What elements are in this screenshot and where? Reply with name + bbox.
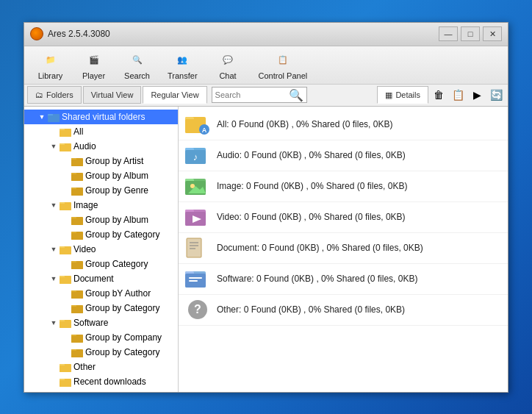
search-box-icon: 🔍 xyxy=(289,88,303,102)
maximize-button[interactable]: □ xyxy=(461,26,480,41)
software-row-text: Software: 0 Found (0KB) , 0% Shared (0 f… xyxy=(217,274,417,284)
doc-category-label: Group by Category xyxy=(85,303,159,313)
library-button[interactable]: 📁 Library xyxy=(30,46,71,83)
document-row-text: Document: 0 Found (0KB) , 0% Shared (0 f… xyxy=(217,243,423,253)
spacer xyxy=(60,332,71,343)
content-row-document[interactable]: Document: 0 Found (0KB) , 0% Shared (0 f… xyxy=(179,233,508,264)
svg-rect-14 xyxy=(71,174,83,181)
app-icon xyxy=(30,27,43,40)
doc-author-label: Group bY Author xyxy=(85,288,151,299)
document-folder-icon xyxy=(60,274,71,284)
sidebar-item-image-album[interactable]: Group by Album xyxy=(24,213,178,227)
search-box[interactable]: 🔍 xyxy=(212,87,307,103)
transfer-button[interactable]: 👥 Transfer xyxy=(160,46,205,83)
svg-rect-32 xyxy=(71,263,83,269)
sidebar-item-document[interactable]: ▼ Document xyxy=(24,271,178,286)
sidebar-item-video-category[interactable]: Group Category xyxy=(24,257,178,271)
svg-rect-26 xyxy=(71,233,83,240)
details-icon: ▦ xyxy=(385,90,392,100)
sidebar-item-shared-virtual-folders[interactable]: ▼ Shared virtual folders xyxy=(24,110,178,124)
content-row-image[interactable]: Image: 0 Found (0KB) , 0% Shared (0 file… xyxy=(179,171,508,202)
video-row-text: Video: 0 Found (0KB) , 0% Shared (0 file… xyxy=(217,212,406,222)
spacer xyxy=(60,258,71,270)
sidebar-item-video[interactable]: ▼ Video xyxy=(24,242,178,257)
image-folder-icon xyxy=(60,200,71,210)
soft-company-label: Group by Company xyxy=(85,332,162,343)
folders-tab-icon: 🗂 xyxy=(35,90,43,99)
other-row-text: Other: 0 Found (0KB) , 0% Shared (0 file… xyxy=(217,304,405,315)
shared-virtual-folders-label: Shared virtual folders xyxy=(62,112,145,122)
search-input[interactable] xyxy=(215,90,289,99)
audio-expander: ▼ xyxy=(48,140,60,152)
virtual-view-tab-label: Virtual View xyxy=(91,90,134,99)
content-row-video[interactable]: Video: 0 Found (0KB) , 0% Shared (0 file… xyxy=(179,202,508,233)
software-folder-icon xyxy=(60,318,71,328)
close-button[interactable]: ✕ xyxy=(483,26,502,41)
spacer xyxy=(60,346,71,358)
main-content: ▼ Shared virtual folders All xyxy=(24,107,508,392)
svg-text:?: ? xyxy=(194,303,201,315)
svg-text:♪: ♪ xyxy=(193,151,198,163)
nav-icons: ▦ Details 🗑 📋 ▶ 🔄 xyxy=(377,86,505,104)
sidebar-item-image-category[interactable]: Group by Category xyxy=(24,227,178,242)
content-row-software[interactable]: Software: 0 Found (0KB) , 0% Shared (0 f… xyxy=(179,264,508,295)
window-title: Ares 2.5.4.3080 xyxy=(48,29,439,39)
doc-cat-icon xyxy=(71,303,83,313)
search-button[interactable]: 🔍 Search xyxy=(117,46,157,83)
chat-label: Chat xyxy=(219,71,236,80)
tab-virtual-view[interactable]: Virtual View xyxy=(83,86,142,104)
tab-regular-view[interactable]: Regular View xyxy=(143,86,206,104)
other-icon: ? xyxy=(184,296,211,323)
chat-icon: 💬 xyxy=(218,49,238,70)
recent-folder-icon xyxy=(60,376,71,387)
chat-button[interactable]: 💬 Chat xyxy=(208,46,248,83)
other-folder-icon xyxy=(60,362,71,372)
soft-category-label: Group by Category xyxy=(85,347,159,357)
svg-text:A: A xyxy=(202,126,207,134)
copy-button[interactable]: 📋 xyxy=(449,87,467,103)
regular-view-tab-label: Regular View xyxy=(151,90,198,99)
sidebar-item-image[interactable]: ▼ Image xyxy=(24,198,178,213)
delete-button[interactable]: 🗑 xyxy=(430,87,447,103)
title-bar: Ares 2.5.4.3080 — □ ✕ xyxy=(24,23,508,46)
content-row-other[interactable]: ? Other: 0 Found (0KB) , 0% Shared (0 fi… xyxy=(179,295,508,326)
library-icon: 📁 xyxy=(40,49,61,70)
svg-rect-35 xyxy=(60,277,71,284)
content-row-all[interactable]: A All: 0 Found (0KB) , 0% Shared (0 file… xyxy=(179,110,508,140)
refresh-button[interactable]: 🔄 xyxy=(487,87,505,103)
sidebar-item-audio-artist[interactable]: Group by Artist xyxy=(24,154,178,168)
doc-author-icon xyxy=(71,288,83,299)
sidebar-item-software[interactable]: ▼ Software xyxy=(24,315,178,330)
sidebar-item-soft-category[interactable]: Group by Category xyxy=(24,345,178,360)
content-row-audio[interactable]: ♪ Audio: 0 Found (0KB) , 0% Shared (0 fi… xyxy=(179,140,508,171)
window-controls: — □ ✕ xyxy=(439,26,502,41)
play-button[interactable]: ▶ xyxy=(468,87,486,103)
spacer xyxy=(48,126,60,138)
sidebar: ▼ Shared virtual folders All xyxy=(24,107,179,392)
spacer xyxy=(60,229,71,240)
details-view-button[interactable]: ▦ Details xyxy=(377,86,428,104)
tab-folders[interactable]: 🗂 Folders xyxy=(27,86,82,104)
control-panel-button[interactable]: 📋 Control Panel xyxy=(251,46,315,83)
minimize-button[interactable]: — xyxy=(439,26,458,41)
sidebar-item-audio[interactable]: ▼ Audio xyxy=(24,139,178,154)
sidebar-item-doc-category[interactable]: Group by Category xyxy=(24,301,178,315)
svg-rect-47 xyxy=(71,336,83,343)
svg-rect-53 xyxy=(60,365,71,372)
control-panel-label: Control Panel xyxy=(259,71,308,80)
audio-row-text: Audio: 0 Found (0KB) , 0% Shared (0 file… xyxy=(217,150,406,160)
sidebar-item-all[interactable]: All xyxy=(24,124,178,139)
video-expander: ▼ xyxy=(48,243,60,255)
audio-icon: ♪ xyxy=(184,142,211,168)
spacer xyxy=(60,214,71,226)
document-icon xyxy=(184,235,211,261)
sidebar-item-recent[interactable]: Recent downloads xyxy=(24,374,178,389)
sidebar-item-doc-author[interactable]: Group bY Author xyxy=(24,286,178,301)
spacer xyxy=(60,185,71,196)
sidebar-item-audio-album[interactable]: Group by Album xyxy=(24,168,178,183)
sidebar-item-soft-company[interactable]: Group by Company xyxy=(24,330,178,345)
sidebar-item-audio-genre[interactable]: Group by Genre xyxy=(24,183,178,198)
player-button[interactable]: 🎬 Player xyxy=(73,46,114,83)
software-expander: ▼ xyxy=(48,317,60,329)
sidebar-item-other[interactable]: Other xyxy=(24,360,178,374)
